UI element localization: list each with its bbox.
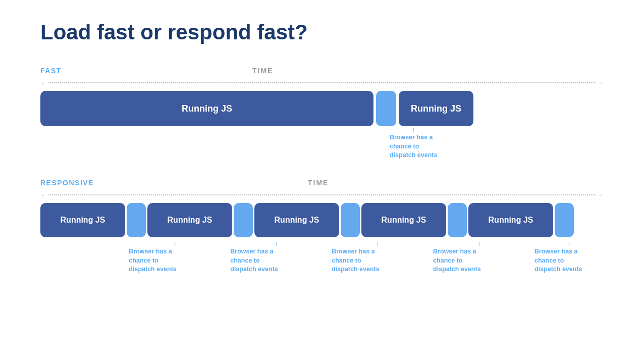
resp-dotted-line [48,194,596,195]
fast-section: FAST TIME ← → Running JS Running JS ↑ Br… [40,65,604,172]
resp-header-row: RESPONSIVE TIME [40,177,604,189]
resp-ann-3: ↑ Browser has achance todispatch events [332,240,424,274]
resp-ann-1: ↑ Browser has achance todispatch events [129,240,221,274]
resp-ann-spacer-2 [221,240,230,274]
resp-label: RESPONSIVE [40,179,94,187]
resp-ann-3-text: Browser has achance todispatch events [332,247,424,274]
resp-block-js-4: Running JS [361,203,446,237]
fast-blocks-container: Running JS Running JS [40,91,604,126]
resp-ann-2-text: Browser has achance todispatch events [230,247,323,274]
page-title: Load fast or respond fast? [40,20,604,44]
resp-arrow-row: ← → [40,191,604,199]
fast-arrow-left: ← [40,79,47,87]
resp-gap-1 [127,203,146,237]
resp-gap-5 [555,203,574,237]
resp-ann-5-arrow: ↑ [534,240,604,247]
fast-gap-block [376,91,396,126]
fast-annotation-container: ↑ Browser has achance todispatch events [40,126,604,172]
resp-ann-5: ↑ Browser has achance todispatch events [534,240,604,274]
resp-ann-spacer-5 [525,240,534,274]
resp-ann-4-arrow: ↑ [433,240,525,247]
resp-block-js-3: Running JS [254,203,339,237]
resp-ann-5-text: Browser has achance todispatch events [534,247,604,274]
resp-ann-2: ↑ Browser has achance todispatch events [230,240,323,274]
responsive-section: RESPONSIVE TIME ← → Running JS Running J… [40,177,604,274]
fast-dotted-line [48,82,596,83]
resp-ann-4-text: Browser has achance todispatch events [433,247,525,274]
fast-header-row: FAST TIME [40,65,604,77]
resp-block-js-2: Running JS [147,203,232,237]
fast-ann-text: Browser has achance todispatch events [390,133,437,160]
resp-ann-2-arrow: ↑ [230,240,323,247]
resp-arrow-left: ← [40,191,47,199]
resp-ann-spacer-4 [424,240,433,274]
resp-gap-2 [234,203,253,237]
fast-ann-arrow: ↑ [412,126,415,133]
fast-arrow-right: → [597,79,604,87]
resp-gap-3 [341,203,360,237]
fast-label: FAST [40,67,62,75]
resp-ann-3-arrow: ↑ [332,240,424,247]
fast-annotation: ↑ Browser has achance todispatch events [390,126,437,160]
resp-ann-spacer-1 [40,240,129,274]
fast-time-label: TIME [252,67,273,75]
resp-ann-spacer-3 [323,240,332,274]
fast-block-js-2: Running JS [399,91,473,126]
resp-blocks-container: Running JS Running JS Running JS Running… [40,203,604,237]
resp-gap-4 [448,203,467,237]
resp-block-js-1: Running JS [40,203,125,237]
resp-arrow-right: → [597,191,604,199]
fast-arrow-row: ← → [40,79,604,87]
resp-time-label: TIME [308,179,329,187]
resp-annotations-row: ↑ Browser has achance todispatch events … [40,240,604,274]
resp-ann-4: ↑ Browser has achance todispatch events [433,240,525,274]
fast-block-js-1: Running JS [40,91,373,126]
resp-block-js-5: Running JS [468,203,553,237]
resp-ann-1-text: Browser has achance todispatch events [129,247,221,274]
resp-ann-1-arrow: ↑ [129,240,221,247]
